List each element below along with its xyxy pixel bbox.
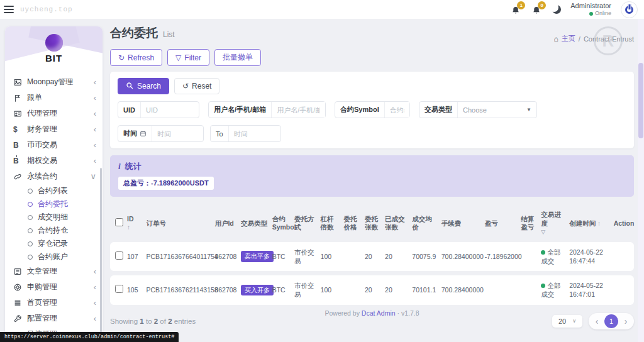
col-trade-type: 交易类型 bbox=[239, 209, 270, 238]
uid-input[interactable] bbox=[141, 102, 196, 118]
select-all-checkbox[interactable] bbox=[115, 218, 123, 226]
bullet-icon bbox=[28, 228, 33, 233]
col-pnl: 盈亏 bbox=[483, 209, 519, 238]
column-filter-icon: ▽ bbox=[541, 229, 545, 235]
notification-badge: 1 bbox=[517, 1, 525, 9]
chevron-icon: ‹ bbox=[94, 314, 96, 323]
bullet-icon bbox=[28, 202, 33, 207]
sidebar-scrollbar[interactable] bbox=[100, 168, 102, 334]
wrench-icon bbox=[13, 314, 27, 323]
filter-icon: ▽ bbox=[175, 53, 181, 62]
scrollbar-thumb[interactable] bbox=[638, 63, 643, 138]
col-created-at[interactable]: 创建时间 ↑ bbox=[567, 209, 611, 238]
refresh-button[interactable]: ↻ Refresh bbox=[110, 49, 162, 66]
time-to-input[interactable] bbox=[229, 126, 276, 141]
trade-type-select[interactable]: Choose ▼ bbox=[458, 102, 536, 118]
sidebar-item-articles[interactable]: 文章管理 ‹ bbox=[5, 263, 103, 279]
progress-dot-icon bbox=[541, 284, 545, 288]
chevron-down-icon: ∨ bbox=[90, 172, 96, 181]
chevron-icon: ‹ bbox=[94, 109, 96, 118]
batch-cancel-button[interactable]: 批量撤单 bbox=[214, 49, 261, 66]
refresh-icon: ↻ bbox=[118, 53, 125, 62]
col-settle-pnl: 结算盈亏 bbox=[519, 209, 539, 238]
info-icon: i bbox=[118, 162, 121, 172]
username-input[interactable] bbox=[272, 102, 325, 118]
page-scrollbar[interactable] bbox=[638, 19, 644, 342]
sidebar-item-perpetual[interactable]: 永续合约 ∨ bbox=[5, 168, 103, 184]
action-cell bbox=[612, 242, 634, 271]
sidebar-item-homepage[interactable]: 首页管理 ‹ bbox=[5, 295, 103, 311]
user-menu[interactable]: Administrator Online bbox=[570, 2, 611, 17]
username-filter-group: 用户名/手机/邮箱 bbox=[208, 101, 326, 118]
sidebar-subitem-liquidation-record[interactable]: 穿仓记录 bbox=[5, 237, 103, 250]
stats-panel: i 统计 总盈亏：-7.18962000USDT bbox=[110, 155, 634, 197]
col-symbol: 合约Symbol bbox=[270, 209, 292, 238]
main-content: 合约委托 List ⌂ 主页 / Contract-Entrust R ↻ Re… bbox=[110, 25, 634, 329]
bullet-icon bbox=[28, 241, 33, 246]
entrust-table: ID↑ 订单号 用户Id 交易类型 合约Symbol 委托方式 杠杆倍数 委托价… bbox=[110, 205, 634, 309]
menu-toggle-icon[interactable] bbox=[4, 6, 14, 13]
col-order-no: 订单号 bbox=[144, 209, 213, 238]
sidebar-subitem-contract-entrust[interactable]: 合约委托 bbox=[5, 197, 103, 211]
sidebar-item-copy-trade[interactable]: 跟单 ‹ bbox=[5, 90, 103, 106]
symbol-filter-group: 合约Symbol bbox=[335, 101, 410, 118]
sidebar-item-spot-trade[interactable]: B 币币交易 ‹ bbox=[5, 137, 103, 153]
filter-panel: Search ↺ Reset UID 用户名/手机/邮箱 合约Symbol 交易… bbox=[110, 72, 634, 148]
message-badge: 0 bbox=[538, 1, 546, 9]
col-id[interactable]: ID↑ bbox=[125, 209, 144, 238]
toolbar: ↻ Refresh ▽ Filter 批量撤单 bbox=[110, 49, 634, 66]
dollar-icon: $ bbox=[13, 125, 27, 134]
sidebar-item-subscription[interactable]: 申购管理 ‹ bbox=[5, 279, 103, 295]
col-filled-count: 已成交张数 bbox=[383, 209, 410, 238]
sidebar-subitem-contract-list[interactable]: 合约列表 bbox=[5, 184, 103, 197]
search-button[interactable]: Search bbox=[118, 78, 169, 94]
page-title: 合约委托 bbox=[110, 25, 158, 41]
chevron-icon: ‹ bbox=[94, 140, 96, 150]
sidebar-item-finance[interactable]: $ 财务管理 ‹ bbox=[5, 121, 103, 137]
online-dot-icon bbox=[589, 12, 593, 16]
sidebar-item-options[interactable]: B 期权交易 ‹ bbox=[5, 153, 103, 168]
row-checkbox[interactable] bbox=[115, 285, 123, 293]
logo: BIT bbox=[5, 26, 103, 70]
breadcrumb-home-link[interactable]: 主页 bbox=[562, 34, 575, 43]
trade-type-badge: 卖出平多 bbox=[241, 251, 274, 262]
search-icon bbox=[126, 82, 133, 91]
time-to-group: To bbox=[210, 125, 281, 142]
dark-mode-icon[interactable] bbox=[552, 5, 561, 14]
avatar[interactable] bbox=[621, 1, 638, 18]
to-label: To bbox=[211, 126, 229, 141]
reset-icon: ↺ bbox=[182, 82, 189, 91]
currency-b-icon: B bbox=[13, 141, 27, 150]
sidebar-item-agent[interactable]: 代理管理 ‹ bbox=[5, 106, 103, 121]
total-pnl-badge: 总盈亏：-7.18962000USDT bbox=[118, 177, 214, 190]
filter-button[interactable]: ▽ Filter bbox=[167, 49, 209, 66]
link-icon bbox=[13, 172, 27, 181]
col-entrust-count: 委托张数 bbox=[363, 209, 383, 238]
row-checkbox[interactable] bbox=[115, 251, 123, 260]
sidebar-item-config[interactable]: 配置管理 ‹ bbox=[5, 311, 103, 326]
sidebar-subitem-contract-account[interactable]: 合约账户 bbox=[5, 250, 103, 263]
dcat-admin-link[interactable]: Dcat Admin bbox=[362, 309, 396, 317]
col-entrust-price: 委托价格 bbox=[341, 209, 363, 238]
user-status: Online bbox=[595, 10, 611, 17]
sidebar-subitem-trade-detail[interactable]: 成交明细 bbox=[5, 211, 103, 224]
id-card-icon bbox=[13, 109, 27, 118]
col-user-id: 用户Id bbox=[213, 209, 239, 238]
watermark-text: uycheng.top bbox=[20, 6, 73, 13]
select-caret-icon: ∨ bbox=[572, 318, 576, 324]
reset-button[interactable]: ↺ Reset bbox=[174, 78, 219, 94]
col-progress[interactable]: 交易进度▽ bbox=[539, 209, 567, 238]
life-ring-icon bbox=[13, 283, 27, 292]
notification-bell-icon[interactable]: 1 bbox=[511, 4, 522, 15]
time-from-input[interactable] bbox=[152, 126, 199, 141]
chevron-icon: ‹ bbox=[94, 156, 96, 165]
uid-filter-group: UID bbox=[118, 101, 199, 118]
home-icon: ⌂ bbox=[554, 35, 558, 43]
message-bell-icon[interactable]: 0 bbox=[531, 4, 543, 15]
trade-type-filter-group: 交易类型 Choose ▼ bbox=[419, 101, 537, 118]
symbol-input[interactable] bbox=[385, 102, 409, 118]
table-header-row: ID↑ 订单号 用户Id 交易类型 合约Symbol 委托方式 杠杆倍数 委托价… bbox=[110, 209, 634, 238]
breadcrumb-separator: / bbox=[579, 35, 580, 43]
sidebar-item-moonpay[interactable]: Moonpay管理 ‹ bbox=[5, 74, 103, 90]
sidebar-subitem-contract-position[interactable]: 合约持仓 bbox=[5, 224, 103, 237]
